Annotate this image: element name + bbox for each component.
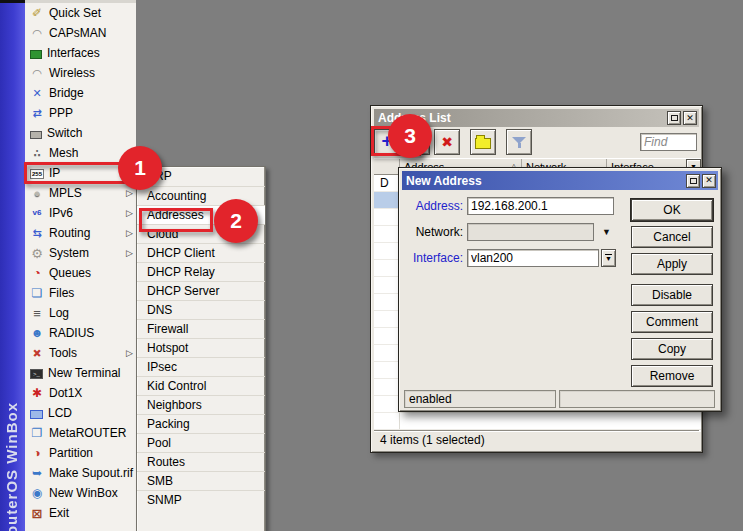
submenu-item-pool[interactable]: Pool (137, 433, 265, 452)
sidebar-item-partition[interactable]: Partition (25, 443, 136, 463)
submenu-arrow-icon: ▷ (126, 348, 133, 358)
interfaces-icon (30, 50, 42, 59)
submenu-item-hotspot[interactable]: Hotspot (137, 338, 265, 357)
system-icon (30, 246, 44, 260)
interface-dropdown-button[interactable]: ▼ (601, 249, 616, 267)
close-button[interactable]: ✕ (702, 174, 716, 188)
submenu-item-dns[interactable]: DNS (137, 300, 265, 319)
ppp-icon (30, 106, 44, 120)
radius-icon (30, 326, 44, 340)
network-input[interactable] (467, 223, 594, 241)
sidebar-item-new-winbox[interactable]: New WinBox (25, 483, 136, 503)
submenu-item-dhcp-client[interactable]: DHCP Client (137, 243, 265, 262)
submenu-item-neighbors[interactable]: Neighbors (137, 395, 265, 414)
interface-input[interactable] (467, 249, 599, 267)
items-count-text: 4 items (1 selected) (380, 433, 485, 447)
bridge-icon (30, 86, 44, 100)
partition-icon (30, 446, 44, 460)
submenu-item-snmp[interactable]: SNMP (137, 490, 265, 509)
sidebar-item-dot1x[interactable]: Dot1X (25, 383, 136, 403)
close-icon: ✕ (705, 176, 713, 185)
brand-strip: RouterOS WinBox (0, 0, 25, 531)
log-icon (30, 306, 44, 320)
cancel-button[interactable]: Cancel (631, 226, 713, 248)
address-input[interactable] (467, 197, 614, 215)
winbox-icon (30, 486, 44, 500)
find-input[interactable] (640, 133, 697, 151)
submenu-item-firewall[interactable]: Firewall (137, 319, 265, 338)
ok-button[interactable]: OK (631, 199, 713, 221)
sidebar-item-queues[interactable]: Queues (25, 263, 136, 283)
interface-field-label: Interface: (401, 249, 463, 267)
sidebar-item-wireless[interactable]: Wireless (25, 63, 136, 83)
column-flags[interactable] (374, 159, 400, 174)
lcd-icon (30, 410, 43, 419)
queues-icon (30, 266, 44, 280)
exit-icon (30, 506, 44, 520)
files-icon (30, 286, 44, 300)
tools-icon (30, 346, 44, 360)
filter-button[interactable] (506, 129, 532, 155)
comment-folder-icon (475, 138, 491, 149)
sidebar-item-bridge[interactable]: Bridge (25, 83, 136, 103)
submenu-item-ipsec[interactable]: IPsec (137, 357, 265, 376)
address-list-statusbar: 4 items (1 selected) (374, 430, 699, 449)
submenu-item-dhcp-server[interactable]: DHCP Server (137, 281, 265, 300)
close-button[interactable]: ✕ (683, 111, 697, 125)
sidebar-item-make-supout[interactable]: Make Supout.rif (25, 463, 136, 483)
submenu-item-dhcp-relay[interactable]: DHCP Relay (137, 262, 265, 281)
sidebar-item-exit[interactable]: Exit (25, 503, 136, 523)
maximize-button[interactable] (686, 174, 700, 188)
sidebar-item-ppp[interactable]: PPP (25, 103, 136, 123)
maximize-button[interactable] (667, 111, 681, 125)
comment-button[interactable] (470, 129, 496, 155)
submenu-arrow-icon: ▷ (126, 228, 133, 238)
new-address-title: New Address (406, 174, 482, 188)
sidebar-item-interfaces[interactable]: Interfaces (25, 43, 136, 63)
capsman-icon (30, 26, 44, 40)
supout-icon (30, 466, 44, 480)
sidebar-item-radius[interactable]: RADIUS (25, 323, 136, 343)
submenu-item-kid-control[interactable]: Kid Control (137, 376, 265, 395)
sidebar-item-tools[interactable]: Tools▷ (25, 343, 136, 363)
sidebar-menu: Quick Set CAPsMAN Interfaces Wireless Br… (25, 0, 136, 531)
submenu-item-packing[interactable]: Packing (137, 414, 265, 433)
sidebar-item-quick-set[interactable]: Quick Set (25, 3, 136, 23)
sidebar-item-log[interactable]: Log (25, 303, 136, 323)
dialog-status-extra (559, 390, 715, 408)
brand-vertical-text: RouterOS WinBox (3, 402, 20, 531)
maximize-icon (671, 115, 678, 121)
submenu-arrow-icon: ▷ (126, 248, 133, 258)
disable-button[interactable]: ✖ (434, 129, 460, 155)
submenu-item-routes[interactable]: Routes (137, 452, 265, 471)
routing-icon (30, 226, 44, 240)
sidebar-item-switch[interactable]: Switch (25, 123, 136, 143)
remove-button[interactable]: Remove (631, 365, 713, 387)
comment-button[interactable]: Comment (631, 311, 713, 333)
table-row[interactable] (374, 413, 701, 430)
submenu-item-smb[interactable]: SMB (137, 471, 265, 490)
network-dropdown-icon[interactable]: ▼ (602, 227, 611, 237)
sidebar-item-lcd[interactable]: LCD (25, 403, 136, 423)
terminal-icon (30, 369, 43, 379)
sidebar-item-files[interactable]: Files (25, 283, 136, 303)
new-address-titlebar[interactable]: New Address ✕ (402, 171, 718, 190)
cross-icon: ✖ (441, 134, 453, 150)
new-address-dialog: New Address ✕ Address: Network: ▼ Interf… (398, 167, 722, 412)
sidebar-item-system[interactable]: System▷ (25, 243, 136, 263)
sidebar-item-mpls[interactable]: MPLS▷ (25, 183, 136, 203)
annotation-step2-box (139, 208, 213, 232)
copy-button[interactable]: Copy (631, 338, 713, 360)
mpls-icon (30, 186, 44, 200)
disable-button[interactable]: Disable (631, 284, 713, 306)
sidebar-item-ipv6[interactable]: IPv6▷ (25, 203, 136, 223)
sidebar-item-metarouter[interactable]: MetaROUTER (25, 423, 136, 443)
dialog-status-enabled: enabled (404, 390, 556, 408)
sidebar-item-new-terminal[interactable]: New Terminal (25, 363, 136, 383)
wireless-icon (30, 66, 44, 80)
apply-button[interactable]: Apply (631, 253, 713, 275)
sidebar-item-routing[interactable]: Routing▷ (25, 223, 136, 243)
metarouter-icon (30, 426, 44, 440)
submenu-arrow-icon: ▷ (126, 208, 133, 218)
sidebar-item-capsman[interactable]: CAPsMAN (25, 23, 136, 43)
